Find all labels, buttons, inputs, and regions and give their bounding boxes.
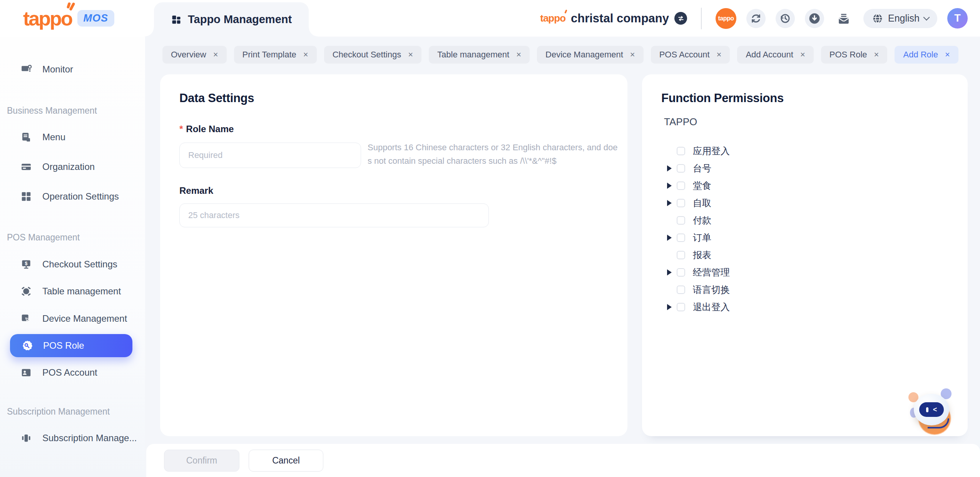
device-icon xyxy=(20,312,32,325)
expand-arrow-icon[interactable] xyxy=(667,200,672,206)
sidebar-item-pos-account[interactable]: POS Account xyxy=(0,361,145,384)
tab-checkout-settings[interactable]: Checkout Settings × xyxy=(324,46,421,64)
mos-badge: MOS xyxy=(77,10,115,27)
language-selector[interactable]: English xyxy=(863,9,937,28)
permission-row: 退出登入 xyxy=(642,298,968,316)
permission-row: 经营管理 xyxy=(642,264,968,281)
data-settings-panel: Data Settings *Role Name Supports 16 Chi… xyxy=(160,74,627,436)
permission-checkbox[interactable] xyxy=(677,286,685,294)
permission-row: 堂食 xyxy=(642,177,968,194)
tab-pos-account[interactable]: POS Account × xyxy=(651,46,730,64)
expand-arrow-icon[interactable] xyxy=(667,269,672,275)
expand-arrow-icon[interactable] xyxy=(667,235,672,241)
tab-add-account[interactable]: Add Account × xyxy=(737,46,813,64)
download-button[interactable] xyxy=(805,9,824,28)
permission-checkbox[interactable] xyxy=(677,251,685,259)
close-icon[interactable]: × xyxy=(717,50,722,59)
permission-row: 台号 xyxy=(642,160,968,177)
sidebar-item-menu[interactable]: Menu xyxy=(0,126,145,149)
tab-device-management[interactable]: Device Management × xyxy=(537,46,644,64)
sidebar-item-pos-role[interactable]: POS Role xyxy=(10,334,132,357)
close-icon[interactable]: × xyxy=(303,50,308,59)
permission-checkbox[interactable] xyxy=(677,164,685,173)
globe-icon xyxy=(872,13,883,24)
history-button[interactable] xyxy=(776,9,795,28)
sidebar-item-subscription-manage[interactable]: Subscription Manage... xyxy=(0,427,145,450)
mail-button[interactable] xyxy=(834,9,853,28)
permission-row: 应用登入 xyxy=(642,142,968,160)
tab-add-role[interactable]: Add Role × xyxy=(895,46,958,64)
tappo-app-button[interactable]: tappo xyxy=(716,8,736,29)
sidebar-item-organization[interactable]: Organization xyxy=(0,155,145,178)
account-folder-icon xyxy=(20,366,32,379)
permission-checkbox[interactable] xyxy=(677,233,685,242)
permission-checkbox[interactable] xyxy=(677,303,685,311)
grid-icon xyxy=(171,14,182,25)
refresh-icon xyxy=(750,13,762,24)
tappo-logo-text: tappo xyxy=(23,7,72,30)
sidebar-section-pos-management: POS Management xyxy=(7,230,138,245)
permission-checkbox[interactable] xyxy=(677,268,685,277)
assistant-robot-mascot[interactable]: < xyxy=(905,385,959,439)
tappo-app-label: tappo xyxy=(718,15,734,22)
close-icon[interactable]: × xyxy=(630,50,635,59)
table-icon xyxy=(20,285,32,297)
close-icon[interactable]: × xyxy=(408,50,413,59)
permission-row: 自取 xyxy=(642,194,968,212)
app-tab-tappo-management[interactable]: Tappo Management xyxy=(154,2,309,37)
monitor-icon xyxy=(20,63,32,76)
close-icon[interactable]: × xyxy=(874,50,879,59)
permission-checkbox[interactable] xyxy=(677,216,685,225)
brand-logo: tappo MOS xyxy=(23,0,114,37)
expand-arrow-icon[interactable] xyxy=(667,304,672,310)
app-tab-title: Tappo Management xyxy=(188,13,292,26)
permissions-tree: 应用登入 台号 堂食 自取 付款 xyxy=(642,142,968,316)
cancel-button[interactable]: Cancel xyxy=(249,450,323,472)
grid-squares-icon xyxy=(20,190,32,203)
panel-title: Data Settings xyxy=(179,91,254,105)
close-icon[interactable]: × xyxy=(945,50,950,59)
chevron-down-icon xyxy=(923,14,930,20)
switch-company-icon[interactable] xyxy=(674,12,687,25)
tab-pos-role[interactable]: POS Role × xyxy=(821,46,888,64)
confirm-button[interactable]: Confirm xyxy=(164,450,239,472)
company-switcher[interactable]: tappo christal company xyxy=(540,12,687,25)
svg-text:$: $ xyxy=(25,261,28,266)
permission-checkbox[interactable] xyxy=(677,181,685,190)
permission-checkbox[interactable] xyxy=(677,147,685,155)
sidebar-section-subscription-management: Subscription Management xyxy=(7,404,138,419)
role-name-label: *Role Name xyxy=(179,124,234,134)
tab-table-management[interactable]: Table management × xyxy=(429,46,530,64)
permissions-group-label: TAPPO xyxy=(664,116,697,128)
subscription-icon xyxy=(20,432,32,444)
open-tabs-bar: Overview × Print Template × Checkout Set… xyxy=(162,46,958,64)
function-permissions-panel: Function Permissions TAPPO 应用登入 台号 堂食 自取 xyxy=(642,74,968,436)
refresh-button[interactable] xyxy=(746,9,766,28)
user-avatar[interactable]: T xyxy=(947,8,968,29)
sidebar-item-operation-settings[interactable]: Operation Settings xyxy=(0,185,145,208)
sidebar-item-table-management[interactable]: Table management xyxy=(0,280,145,303)
close-icon[interactable]: × xyxy=(800,50,805,59)
permission-row: 语言切换 xyxy=(642,281,968,298)
sidebar-item-checkout-settings[interactable]: $ Checkout Settings xyxy=(0,253,145,276)
close-icon[interactable]: × xyxy=(516,50,521,59)
menu-doc-icon xyxy=(20,131,32,143)
role-name-hint: Supports 16 Chinese characters or 32 Eng… xyxy=(368,141,618,168)
permission-checkbox[interactable] xyxy=(677,199,685,207)
tab-overview[interactable]: Overview × xyxy=(162,46,227,64)
sidebar-item-device-management[interactable]: Device Management xyxy=(0,307,145,330)
top-header: tappo MOS Tappo Management tappo christa… xyxy=(0,0,980,37)
close-icon[interactable]: × xyxy=(213,50,218,59)
expand-arrow-icon[interactable] xyxy=(667,183,672,189)
main-content: Overview × Print Template × Checkout Set… xyxy=(145,37,980,477)
sidebar-section-business-management: Business Management xyxy=(7,103,138,118)
role-badge-icon xyxy=(21,339,33,352)
sidebar-item-monitor[interactable]: Monitor xyxy=(0,58,145,81)
download-icon xyxy=(808,12,821,25)
tab-print-template[interactable]: Print Template × xyxy=(234,46,317,64)
role-name-input[interactable] xyxy=(179,143,361,168)
permission-row: 订单 xyxy=(642,229,968,246)
tappo-logo: tappo xyxy=(23,7,72,30)
remark-input[interactable] xyxy=(179,203,489,227)
expand-arrow-icon[interactable] xyxy=(667,165,672,171)
